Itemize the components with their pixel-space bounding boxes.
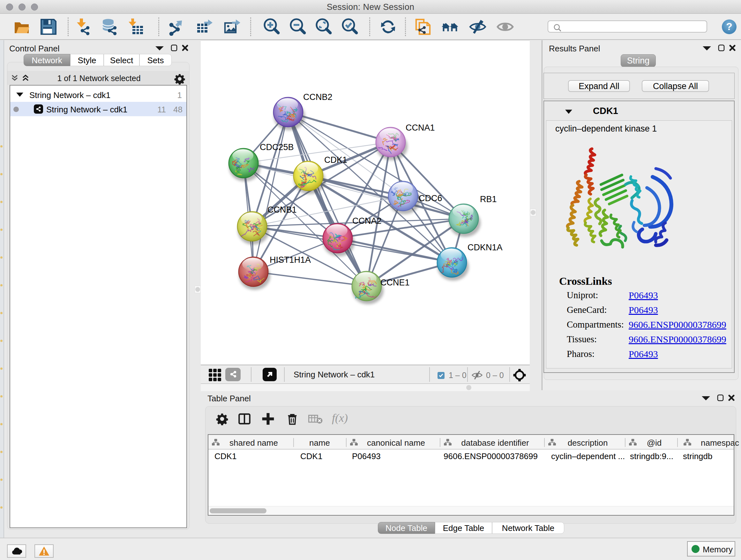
svg-text:CCNB1: CCNB1 [267, 205, 297, 214]
svg-text:CCNA1: CCNA1 [406, 123, 435, 132]
svg-text:CCNE1: CCNE1 [381, 278, 410, 287]
svg-text:HIST1H1A: HIST1H1A [270, 255, 311, 265]
svg-text:CDKN1A: CDKN1A [468, 243, 502, 252]
svg-text:CDC6: CDC6 [419, 193, 442, 203]
svg-text:CCNB2: CCNB2 [303, 92, 333, 102]
svg-text:RB1: RB1 [480, 194, 497, 204]
svg-text:CCNA2: CCNA2 [352, 216, 382, 226]
svg-text:CDK1: CDK1 [324, 155, 347, 165]
svg-text:CDC25B: CDC25B [260, 142, 294, 152]
